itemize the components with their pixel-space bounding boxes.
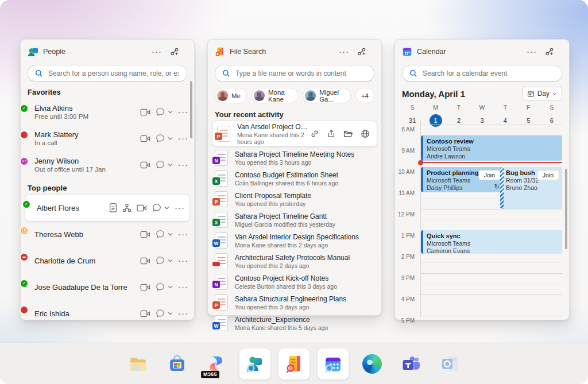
taskbar-microsoft-teams-icon[interactable] <box>395 347 427 381</box>
calendar-scrollbar[interactable] <box>565 169 567 249</box>
chevron-down-icon[interactable] <box>168 259 173 262</box>
chat-icon[interactable] <box>156 256 165 265</box>
more-icon[interactable]: ··· <box>178 258 188 263</box>
more-icon[interactable]: ··· <box>178 162 188 168</box>
chevron-down-icon[interactable] <box>168 285 173 289</box>
person-row-selected[interactable]: Albert Flores ··· <box>25 195 189 221</box>
taskbar-file-explorer-icon[interactable] <box>122 347 154 381</box>
event-product-planning[interactable]: Product planning Microsoft Teams Daisy P… <box>421 167 504 192</box>
open-in-browser-globe-icon[interactable] <box>361 129 370 138</box>
video-call-icon[interactable] <box>140 135 150 142</box>
file-name: Sahara Structural Engineering Plans <box>235 295 346 303</box>
more-icon[interactable]: ··· <box>178 109 188 115</box>
more-icon[interactable]: ··· <box>178 284 188 290</box>
taskbar-microsoft-store-icon[interactable] <box>161 347 193 381</box>
join-button[interactable]: Join <box>537 170 559 180</box>
event-quick-sync[interactable]: Quick sync Microsoft Teams Cameron Evans <box>421 230 562 254</box>
video-call-icon[interactable] <box>140 108 150 116</box>
more-icon[interactable]: ··· <box>339 49 349 55</box>
chevron-down-icon[interactable] <box>168 312 173 315</box>
people-search-input[interactable] <box>47 69 180 78</box>
video-call-icon[interactable] <box>137 204 147 212</box>
file-row[interactable]: P Client Proposal TemplateYou opened thi… <box>208 189 381 210</box>
join-button[interactable]: Join <box>478 170 501 180</box>
taskbar-m365-copilot-icon[interactable]: M365 <box>200 347 232 381</box>
file-name: Architecture_Experience <box>235 316 328 324</box>
chevron-down-icon[interactable] <box>168 232 173 236</box>
more-icon[interactable]: ··· <box>178 135 188 141</box>
people-filter-chips: Me Mona Kane Miguel Ga... +4 <box>215 88 374 103</box>
more-icon[interactable]: ··· <box>527 49 537 55</box>
person-row[interactable]: Elvia Atkins Free until 3:00 PM ··· <box>21 99 194 125</box>
chat-icon[interactable] <box>156 309 165 318</box>
file-row[interactable]: N Sahara Project Timeline Meeting NotesY… <box>208 148 381 168</box>
hour-label: 2 PM <box>395 254 415 260</box>
hour-label: 10 AM <box>395 169 415 175</box>
filter-chip-overflow[interactable]: +4 <box>355 88 374 103</box>
calendar-search-input[interactable] <box>421 69 555 78</box>
filter-chip-miguel[interactable]: Miguel Ga... <box>303 88 351 103</box>
file-search-input[interactable] <box>234 69 367 78</box>
taskbar-outlook-icon[interactable] <box>434 347 466 381</box>
person-row[interactable]: Eric Ishida ··· <box>21 300 194 327</box>
share-file-icon[interactable] <box>327 129 336 138</box>
chat-icon[interactable] <box>156 282 165 292</box>
view-selector-button[interactable]: Day <box>522 87 562 100</box>
org-chart-icon[interactable] <box>122 203 131 212</box>
taskbar-people-companion-icon[interactable] <box>239 347 271 381</box>
person-row[interactable]: Mark Slattery In a call ··· <box>21 125 194 152</box>
filter-chip-me[interactable]: Me <box>215 88 247 103</box>
taskbar-file-search-companion-icon[interactable] <box>278 347 310 381</box>
file-row[interactable]: N Contoso Project Kick-off NotesCeleste … <box>208 271 381 292</box>
taskbar-microsoft-edge-icon[interactable] <box>356 347 388 381</box>
hour-label: 3 PM <box>395 275 415 281</box>
chevron-down-icon[interactable] <box>168 163 173 166</box>
chat-icon[interactable] <box>156 230 165 239</box>
taskbar-calendar-companion-icon[interactable] <box>317 347 349 381</box>
copy-link-icon[interactable] <box>310 129 319 138</box>
chat-icon[interactable] <box>152 203 161 212</box>
video-call-icon[interactable] <box>140 310 150 317</box>
file-row[interactable]: X Sahara Project Timeline GanttMiguel Ga… <box>208 210 381 230</box>
people-scrollbar[interactable] <box>190 81 192 138</box>
video-call-icon[interactable] <box>140 231 150 238</box>
chevron-down-icon <box>552 92 557 95</box>
document-icon[interactable] <box>109 203 117 212</box>
video-call-icon[interactable] <box>140 257 150 265</box>
more-icon[interactable]: ··· <box>152 49 162 55</box>
chevron-down-icon[interactable] <box>164 206 169 210</box>
more-icon[interactable]: ··· <box>178 311 188 316</box>
hour-label: 11 AM <box>395 190 415 196</box>
video-call-icon[interactable] <box>140 284 150 291</box>
person-row[interactable]: Charlotte de Crum ··· <box>21 247 194 274</box>
chat-icon[interactable] <box>156 134 165 143</box>
event-contoso-review[interactable]: Contoso review Microsoft Teams Andre Law… <box>421 135 562 161</box>
chevron-down-icon[interactable] <box>168 110 173 114</box>
file-name: Van Arsdel Project Overview... <box>237 123 310 131</box>
more-icon[interactable]: ··· <box>175 205 185 211</box>
chat-icon[interactable] <box>156 160 165 169</box>
file-row[interactable]: P Sahara Structural Engineering PlansYou… <box>208 292 381 313</box>
person-row[interactable]: Jenny Wilson Out of office until 17 Jan … <box>21 152 194 178</box>
person-row[interactable]: Theresa Webb ··· <box>21 221 194 247</box>
file-row[interactable]: X Contoso Budget Estimation SheetColin B… <box>208 168 381 189</box>
calendar-day-icon <box>527 90 535 98</box>
more-icon[interactable]: ··· <box>178 231 188 237</box>
open-folder-icon[interactable] <box>343 130 353 138</box>
people-panel-header: People ··· <box>21 40 194 61</box>
file-row[interactable]: W Van Arsdel Interior Design Specificati… <box>208 230 381 251</box>
share-icon[interactable] <box>357 47 366 56</box>
chevron-down-icon[interactable] <box>168 137 173 140</box>
chip-label: Miguel Ga... <box>319 89 345 103</box>
presence-available-icon <box>22 200 31 209</box>
file-row[interactable]: W Architecture_ExperienceMona Kane share… <box>208 313 381 333</box>
person-row[interactable]: Jose Guadalupe De la Torre ··· <box>21 274 194 300</box>
event-bug-bush[interactable]: Bug bush Room 31/32 Bruno Zhao Join <box>500 167 562 209</box>
chat-icon[interactable] <box>156 107 165 117</box>
file-row[interactable]: Architectural Safety Protocols ManualYou… <box>208 251 381 271</box>
video-call-icon[interactable] <box>140 161 150 169</box>
file-row-selected[interactable]: P Van Arsdel Project Overview... Mona Ka… <box>212 121 377 146</box>
filter-chip-mona-kane[interactable]: Mona Kane <box>252 88 298 103</box>
share-icon[interactable] <box>170 47 179 56</box>
share-icon[interactable] <box>545 47 554 56</box>
